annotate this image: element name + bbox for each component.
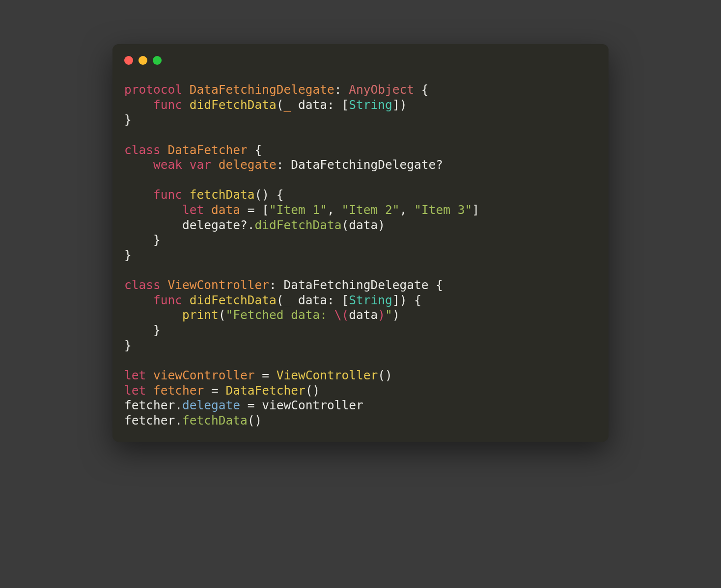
traffic-lights xyxy=(112,56,609,82)
type-name: DataFetcher xyxy=(168,143,248,157)
keyword: let xyxy=(124,368,146,382)
type-ref: String xyxy=(349,293,392,307)
var: data xyxy=(349,308,378,322)
args: (data) xyxy=(342,218,386,232)
punct: = xyxy=(255,368,277,382)
sp xyxy=(204,203,211,217)
punct: , xyxy=(327,203,342,217)
keyword: class xyxy=(124,143,161,157)
sp xyxy=(182,158,190,172)
punct: ]) xyxy=(392,98,407,112)
expr: fetcher. xyxy=(124,398,182,412)
maximize-icon[interactable] xyxy=(153,56,162,65)
string: " xyxy=(385,308,392,322)
punct: { xyxy=(414,82,429,97)
punct: ( xyxy=(277,293,284,307)
func-name: fetchData xyxy=(190,187,255,202)
sp xyxy=(182,187,190,202)
punct: ] xyxy=(472,203,479,217)
property: delegate xyxy=(182,398,240,412)
punct: ) xyxy=(392,308,400,322)
brace: } xyxy=(124,338,132,352)
keyword: weak xyxy=(153,158,182,172)
func-name: didFetchData xyxy=(190,98,277,112)
indent: delegate?. xyxy=(124,218,255,232)
param: data: [ xyxy=(291,98,349,112)
sp xyxy=(161,143,168,157)
func-call: print xyxy=(182,308,219,322)
keyword: func xyxy=(153,293,182,307)
brace: } xyxy=(124,233,161,247)
keyword: let xyxy=(182,203,204,217)
punct: ]) { xyxy=(392,293,421,307)
keyword: var xyxy=(190,158,211,172)
sp xyxy=(161,278,168,292)
expr: fetcher. xyxy=(124,413,182,428)
indent xyxy=(124,293,153,307)
indent xyxy=(124,187,153,202)
brace: } xyxy=(124,248,132,262)
code-block: protocol DataFetchingDelegate: AnyObject… xyxy=(112,82,609,428)
punct: () xyxy=(378,368,392,382)
type-ref: String xyxy=(349,98,392,112)
punct: , xyxy=(400,203,415,217)
inherit: : DataFetchingDelegate { xyxy=(269,278,443,292)
sp xyxy=(182,98,190,112)
interp: \( xyxy=(334,308,349,322)
keyword: func xyxy=(153,98,182,112)
string: "Item 1" xyxy=(269,203,327,217)
punct: () { xyxy=(255,187,284,202)
indent xyxy=(124,98,153,112)
var-name: viewController xyxy=(153,368,255,382)
punct: ( xyxy=(277,98,284,112)
keyword: let xyxy=(124,383,146,398)
close-icon[interactable] xyxy=(124,56,133,65)
interp: ) xyxy=(378,308,385,322)
punct: : xyxy=(334,82,349,97)
punct: = xyxy=(204,383,225,398)
brace: } xyxy=(124,323,161,337)
punct: = [ xyxy=(240,203,269,217)
type-ref: AnyObject xyxy=(349,82,414,97)
property: delegate xyxy=(219,158,277,172)
sp xyxy=(146,368,153,382)
keyword: class xyxy=(124,278,161,292)
minimize-icon[interactable] xyxy=(139,56,147,65)
indent xyxy=(124,308,182,322)
sp xyxy=(211,158,219,172)
ctor: DataFetcher xyxy=(226,383,305,398)
type-annot: : DataFetchingDelegate? xyxy=(277,158,443,172)
keyword: func xyxy=(153,187,182,202)
keyword: protocol xyxy=(124,82,182,97)
punct: () xyxy=(305,383,320,398)
indent xyxy=(124,158,153,172)
type-name: DataFetchingDelegate xyxy=(190,82,334,97)
brace: { xyxy=(248,143,262,157)
string: "Item 3" xyxy=(414,203,472,217)
code-window: protocol DataFetchingDelegate: AnyObject… xyxy=(112,44,609,442)
method-call: didFetchData xyxy=(255,218,342,232)
var-name: fetcher xyxy=(153,383,204,398)
string: "Fetched data: xyxy=(226,308,334,322)
brace: } xyxy=(124,112,132,127)
var-name: data xyxy=(211,203,240,217)
punct: () xyxy=(248,413,262,428)
sp xyxy=(182,293,190,307)
type-name: ViewController xyxy=(168,278,270,292)
ctor: ViewController xyxy=(277,368,378,382)
expr: = viewController xyxy=(240,398,363,412)
sp xyxy=(146,383,153,398)
underscore: _ xyxy=(284,293,291,307)
func-name: didFetchData xyxy=(190,293,277,307)
indent xyxy=(124,203,182,217)
punct: ( xyxy=(219,308,226,322)
method-call: fetchData xyxy=(182,413,248,428)
string: "Item 2" xyxy=(342,203,400,217)
underscore: _ xyxy=(284,98,291,112)
param: data: [ xyxy=(291,293,349,307)
